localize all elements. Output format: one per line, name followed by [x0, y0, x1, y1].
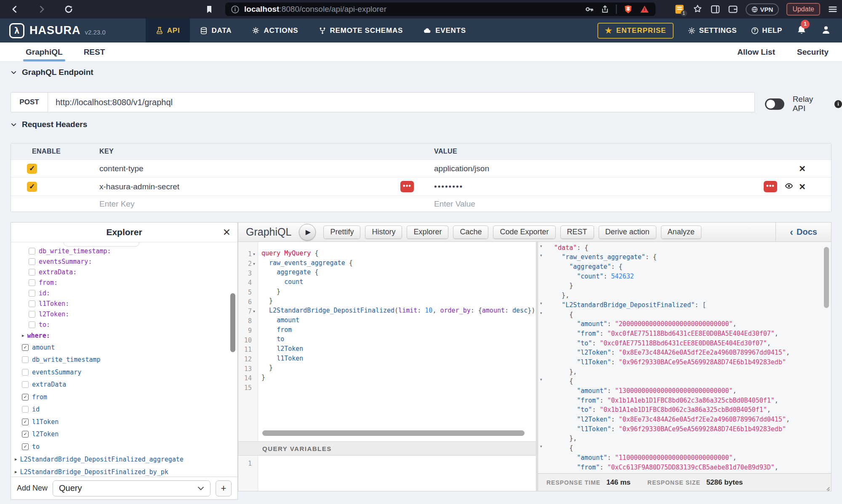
query-code-line[interactable]: count [261, 278, 536, 288]
explorer-button[interactable]: Explorer [407, 225, 448, 239]
explorer-arg[interactable]: to: [11, 319, 237, 330]
checkbox[interactable] [29, 321, 35, 328]
query-code-line[interactable]: aggregate { [261, 268, 536, 278]
share-icon[interactable] [601, 5, 609, 14]
response-viewer[interactable]: {▾ "data": {▾ "raw_events_aggregate": { … [538, 242, 831, 491]
explorer-root-field[interactable]: ▸L2StandardBridge_DepositFinalized_aggre… [11, 453, 237, 466]
endpoint-url-input[interactable]: http://localhost:8080/v1/graphql [48, 93, 754, 112]
resize-grip[interactable] [823, 483, 830, 490]
checkbox[interactable] [29, 258, 35, 265]
reading-list-icon[interactable]: 1 [674, 4, 685, 15]
rest-button[interactable]: REST [560, 225, 594, 239]
code-exporter-button[interactable]: Code Exporter [493, 225, 555, 239]
sidebar-toggle-icon[interactable] [710, 4, 720, 14]
add-new-select[interactable]: Query [53, 480, 210, 496]
fold-arrow-icon[interactable]: ▾ [540, 244, 542, 248]
query-editor[interactable]: 1▾2▾34567▾89101112131415 query MyQuery {… [238, 242, 536, 441]
checkbox[interactable]: ✓ [22, 394, 29, 401]
explorer-field[interactable]: ✓amount [11, 341, 237, 354]
nav-item-data[interactable]: DATA [190, 19, 242, 42]
query-code-line[interactable]: raw_events_aggregate { [261, 259, 536, 269]
new-value-input[interactable]: Enter Value [434, 199, 475, 209]
browser-forward-icon[interactable] [37, 5, 46, 14]
checkbox[interactable]: ✓ [22, 443, 29, 450]
query-code-line[interactable]: } [261, 364, 536, 374]
execute-query-button[interactable]: ▶ [299, 224, 316, 241]
request-headers-section-header[interactable]: Request Headers [11, 120, 87, 129]
tab-allow-list[interactable]: Allow List [737, 48, 775, 57]
checkbox[interactable] [22, 369, 29, 376]
checkbox[interactable] [22, 406, 29, 413]
nav-item-remote-schemas[interactable]: REMOTE SCHEMAS [309, 19, 413, 42]
query-code-line[interactable]: L2StandardBridge_DepositFinalized(limit:… [261, 307, 536, 316]
query-code-line[interactable]: query MyQuery { [261, 249, 536, 259]
query-code-line[interactable]: l2Token [261, 345, 536, 355]
checkbox[interactable]: ✓ [22, 419, 29, 425]
warning-triangle-icon[interactable] [639, 5, 650, 14]
query-code-line[interactable] [261, 383, 536, 393]
close-icon[interactable]: ✕ [223, 227, 231, 238]
fold-arrow-icon[interactable]: ▾ [540, 301, 542, 305]
query-code-line[interactable]: } [261, 288, 536, 297]
password-key-icon[interactable] [585, 5, 594, 14]
new-key-input[interactable]: Enter Key [99, 199, 134, 209]
brave-leo-icon[interactable] [693, 4, 703, 14]
explorer-field[interactable]: id [11, 403, 237, 416]
explorer-field[interactable]: ✓to [11, 440, 237, 453]
header-key[interactable]: x-hasura-admin-secret [99, 182, 179, 191]
checkbox[interactable] [29, 311, 35, 318]
browser-menu-icon[interactable] [828, 4, 838, 14]
remove-header-icon[interactable]: ✕ [799, 182, 806, 192]
browser-reload-icon[interactable] [64, 5, 73, 14]
fold-arrow-icon[interactable]: ▾ [540, 311, 542, 315]
nav-item-events[interactable]: EVENTS [413, 19, 476, 42]
prettify-button[interactable]: Prettify [323, 225, 360, 239]
query-code-line[interactable]: from [261, 326, 536, 336]
explorer-scrollbar[interactable] [230, 293, 235, 352]
explorer-field[interactable]: ✓from [11, 391, 237, 403]
graphql-endpoint-section-header[interactable]: GraphQL Endpoint [11, 68, 93, 77]
explorer-arg[interactable]: from: [11, 277, 237, 288]
fold-arrow-icon[interactable]: ▾ [540, 377, 542, 382]
relay-api-toggle[interactable] [765, 98, 784, 110]
fold-arrow-icon[interactable]: ▾ [540, 444, 542, 448]
checkbox[interactable] [22, 381, 29, 388]
checkbox[interactable] [29, 269, 35, 276]
editor-horizontal-scrollbar[interactable] [262, 430, 525, 436]
explorer-arg[interactable]: db_write_timestamp: [11, 246, 237, 256]
query-code-line[interactable]: amount [261, 316, 536, 326]
vpn-button[interactable]: VPN [746, 3, 779, 16]
nav-item-actions[interactable]: ACTIONS [242, 19, 308, 42]
explorer-arg[interactable]: l2Token: [11, 309, 237, 319]
query-variables-editor[interactable]: 1 [238, 456, 536, 491]
fold-arrow-icon[interactable]: ▾ [540, 253, 542, 257]
add-new-button[interactable]: + [216, 480, 232, 496]
history-button[interactable]: History [365, 225, 402, 239]
checkbox[interactable]: ✓ [22, 431, 29, 438]
checkbox[interactable]: ✓ [22, 344, 29, 351]
query-code-line[interactable]: l1Token [261, 355, 536, 364]
derive-action-button[interactable]: Derive action [599, 225, 656, 239]
wallet-icon[interactable] [728, 4, 738, 14]
explorer-field[interactable]: ✓l2Token [11, 428, 237, 441]
enable-checkbox[interactable]: ✓ [27, 182, 37, 192]
explorer-field[interactable]: extraData [11, 379, 237, 391]
explorer-where[interactable]: ▸where: [11, 330, 237, 341]
query-code-line[interactable]: to [261, 335, 536, 345]
query-code-line[interactable]: } [261, 297, 536, 307]
cache-button[interactable]: Cache [453, 225, 488, 239]
response-scrollbar[interactable] [824, 247, 829, 308]
query-code-line[interactable]: } [261, 374, 536, 383]
header-value-masked[interactable]: •••••••• [434, 182, 463, 191]
explorer-arg[interactable]: l1Token: [11, 298, 237, 309]
settings-button[interactable]: SETTINGS [688, 27, 737, 35]
header-value[interactable]: application/json [434, 164, 489, 173]
account-button[interactable] [821, 24, 831, 37]
explorer-root-field[interactable]: ▸L2StandardBridge_DepositFinalized_by_pk [11, 466, 237, 477]
lastpass-fill-icon[interactable]: ••• [400, 181, 414, 192]
query-variables-title[interactable]: QUERY VARIABLES [262, 445, 332, 452]
notifications-button[interactable]: 1 [797, 24, 807, 37]
header-key[interactable]: content-type [99, 164, 144, 173]
enable-checkbox[interactable]: ✓ [27, 164, 37, 174]
enterprise-button[interactable]: ★ ENTERPRISE [597, 23, 674, 39]
